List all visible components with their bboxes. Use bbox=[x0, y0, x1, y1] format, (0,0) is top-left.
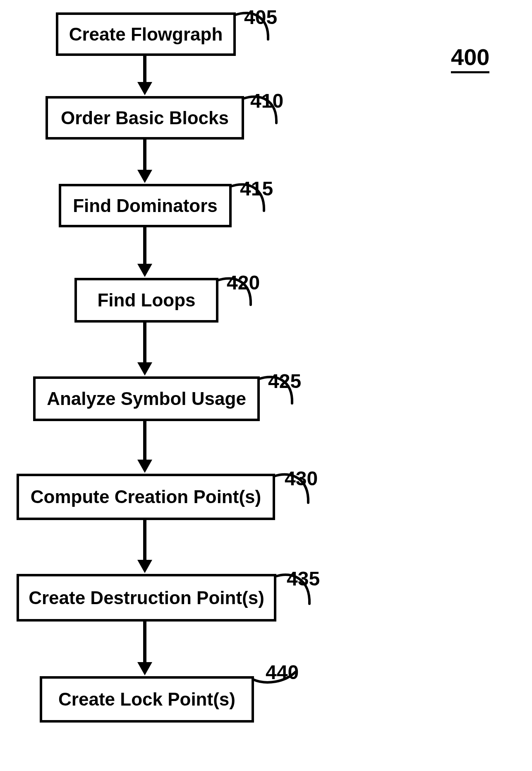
ref-number: 430 bbox=[285, 467, 318, 490]
step-box-analyze-symbol-usage: Analyze Symbol Usage bbox=[33, 376, 260, 421]
step-box-order-basic-blocks: Order Basic Blocks bbox=[46, 96, 244, 140]
step-text: Analyze Symbol Usage bbox=[47, 388, 246, 409]
step-text: Order Basic Blocks bbox=[61, 108, 229, 128]
arrow-head-icon bbox=[137, 264, 152, 277]
flowchart-canvas: 400 Create Flowgraph 405 Order Basic Blo… bbox=[0, 0, 532, 771]
step-box-create-lock-points: Create Lock Point(s) bbox=[40, 676, 254, 723]
step-box-compute-creation-points: Compute Creation Point(s) bbox=[17, 474, 275, 520]
step-box-find-dominators: Find Dominators bbox=[59, 184, 232, 227]
arrow-head-icon bbox=[137, 362, 152, 376]
step-box-create-flowgraph: Create Flowgraph bbox=[56, 12, 236, 56]
step-text: Create Lock Point(s) bbox=[58, 689, 235, 710]
step-text: Create Flowgraph bbox=[69, 24, 223, 45]
ref-number: 415 bbox=[240, 177, 273, 200]
step-box-create-destruction-points: Create Destruction Point(s) bbox=[17, 574, 276, 622]
step-text: Compute Creation Point(s) bbox=[31, 487, 261, 507]
ref-number: 425 bbox=[268, 370, 301, 393]
arrow-head-icon bbox=[137, 460, 152, 473]
step-text: Find Dominators bbox=[73, 195, 218, 216]
arrow-head-icon bbox=[137, 560, 152, 573]
figure-reference-label: 400 bbox=[451, 43, 489, 73]
ref-number: 435 bbox=[287, 567, 320, 590]
arrow-shaft bbox=[143, 421, 146, 460]
arrow-shaft bbox=[143, 622, 146, 663]
ref-number: 420 bbox=[227, 271, 260, 294]
arrow-shaft bbox=[143, 140, 146, 171]
ref-number: 410 bbox=[250, 89, 283, 112]
arrow-shaft bbox=[143, 520, 146, 561]
ref-number: 440 bbox=[266, 661, 299, 684]
arrow-head-icon bbox=[137, 662, 152, 675]
step-box-find-loops: Find Loops bbox=[74, 278, 218, 323]
arrow-shaft bbox=[143, 227, 146, 265]
arrow-shaft bbox=[143, 56, 146, 83]
arrow-head-icon bbox=[137, 82, 152, 95]
arrow-head-icon bbox=[137, 170, 152, 183]
arrow-shaft bbox=[143, 323, 146, 363]
ref-number: 405 bbox=[244, 6, 277, 29]
step-text: Create Destruction Point(s) bbox=[29, 588, 264, 608]
step-text: Find Loops bbox=[97, 290, 195, 311]
